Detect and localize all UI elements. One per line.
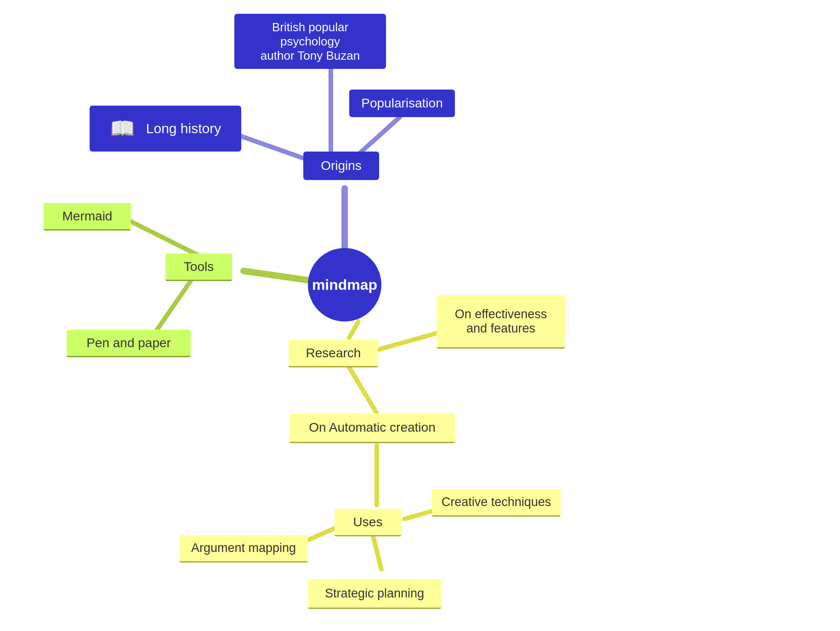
argument-mapping-node[interactable]: Argument mapping bbox=[179, 535, 308, 563]
svg-line-7 bbox=[349, 321, 358, 338]
on-effectiveness-node[interactable]: On effectiveness and features bbox=[437, 295, 565, 349]
origins-node[interactable]: Origins bbox=[303, 152, 379, 180]
svg-line-13 bbox=[372, 533, 381, 569]
popularisation-node[interactable]: Popularisation bbox=[349, 90, 455, 117]
long-history-node[interactable]: 📖 Long history bbox=[90, 106, 241, 152]
svg-line-5 bbox=[129, 220, 198, 255]
on-automatic-node[interactable]: On Automatic creation bbox=[289, 413, 455, 443]
svg-line-8 bbox=[377, 331, 446, 350]
pen-paper-node[interactable]: Pen and paper bbox=[67, 330, 191, 357]
uses-node[interactable]: Uses bbox=[335, 509, 401, 536]
british-node[interactable]: British popular psychology author Tony B… bbox=[234, 14, 386, 69]
tools-node[interactable]: Tools bbox=[165, 254, 232, 281]
creative-techniques-node[interactable]: Creative techniques bbox=[432, 489, 561, 517]
svg-line-4 bbox=[244, 271, 308, 280]
svg-line-9 bbox=[349, 367, 377, 413]
strategic-planning-node[interactable]: Strategic planning bbox=[308, 579, 441, 609]
book-icon: 📖 bbox=[110, 117, 135, 141]
research-node[interactable]: Research bbox=[289, 340, 378, 367]
center-node: mindmap bbox=[308, 248, 381, 321]
mermaid-node[interactable]: Mermaid bbox=[44, 203, 131, 231]
